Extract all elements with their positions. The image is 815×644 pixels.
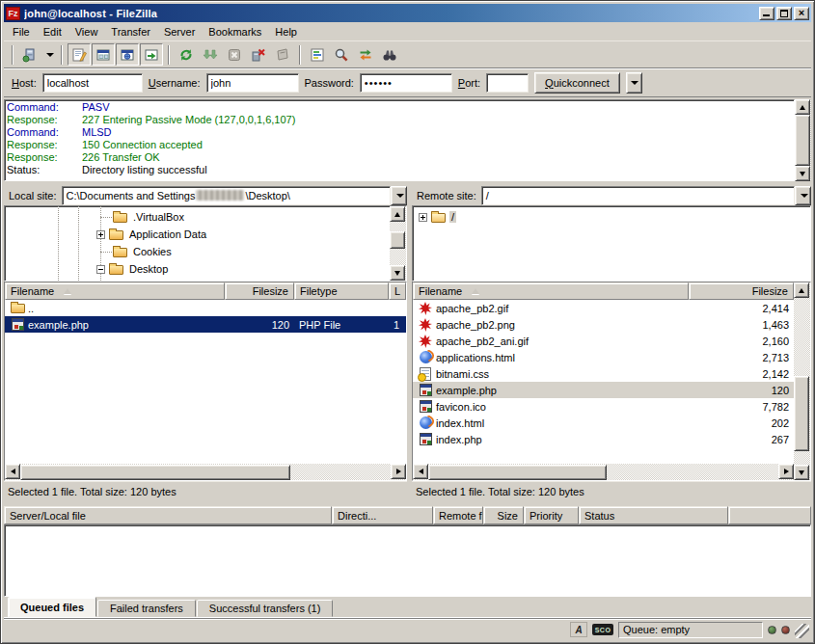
scrollbar-thumb[interactable] [795,115,810,166]
scrollbar-thumb[interactable] [794,376,809,451]
log-label: Response: [7,151,82,164]
local-tree-icon [95,47,111,63]
menu-bookmarks[interactable]: Bookmarks [202,23,268,40]
toggle-remote-tree-button[interactable] [116,43,139,66]
scrollbar-thumb[interactable] [428,465,607,480]
scrollbar-thumb[interactable] [390,231,405,249]
find-files-button[interactable] [378,43,401,66]
toggle-transfer-queue-button[interactable] [140,43,163,66]
host-input[interactable] [42,73,143,93]
toggle-message-log-button[interactable] [68,43,91,66]
sort-ascending-icon [472,288,479,294]
synchronized-browsing-button[interactable] [354,43,377,66]
site-manager-button[interactable] [18,43,41,66]
scroll-up-button[interactable] [795,99,810,115]
column-header-filename[interactable]: Filename [5,282,225,300]
remote-file-row-selected[interactable]: example.php 120 [413,382,794,398]
site-manager-dropdown-button[interactable] [42,43,56,66]
column-header-server-local-file[interactable]: Server/Local file [4,506,332,524]
remote-file-row[interactable]: favicon.ico 7,782 [413,398,794,415]
scroll-down-button[interactable] [390,265,405,281]
resize-grip[interactable] [795,624,809,638]
local-tree-item[interactable]: Cookies [5,243,390,260]
scroll-left-button[interactable] [5,464,20,479]
column-header-direction[interactable]: Directi... [332,506,433,524]
queue-list[interactable] [4,524,811,597]
menu-help[interactable]: Help [268,23,304,40]
refresh-button[interactable] [175,43,198,66]
tab-queued-files[interactable]: Queued files [8,597,96,617]
local-horizontal-scrollbar[interactable] [5,464,406,480]
local-tree-item[interactable]: Desktop [5,260,390,278]
remote-tree-item[interactable]: / [413,208,810,226]
maximize-button[interactable] [776,7,792,20]
remote-file-row[interactable]: applications.html 2,713 [413,349,794,365]
scrollbar-thumb[interactable] [20,465,290,480]
scroll-up-button[interactable] [794,282,809,298]
expand-plus-icon[interactable] [419,213,427,222]
remote-status-text: Selected 1 file. Total size: 120 bytes [412,481,811,500]
username-input[interactable] [206,73,299,93]
disconnect-button[interactable] [247,43,270,66]
scroll-left-button[interactable] [413,464,428,479]
scroll-down-button[interactable] [795,166,810,181]
column-header-size[interactable]: Size [483,506,524,524]
reconnect-button[interactable] [271,43,294,66]
menu-transfer[interactable]: Transfer [104,23,157,40]
scroll-down-button[interactable] [794,465,809,480]
password-input[interactable] [360,73,452,93]
column-header-filename[interactable]: Filename [413,282,689,300]
remote-file-row[interactable]: apache_pb2.gif 2,414 [413,300,794,316]
column-header-filesize[interactable]: Filesize [225,282,294,300]
tab-successful-transfers[interactable]: Successful transfers (1) [197,600,334,617]
local-tree-vertical-scrollbar[interactable] [390,206,406,281]
remote-horizontal-scrollbar[interactable] [413,464,794,480]
remote-file-row[interactable]: index.php 267 [413,431,794,447]
directory-filters-button[interactable] [306,43,329,66]
column-header-remote-file[interactable]: Remote file [433,506,483,524]
tab-failed-transfers[interactable]: Failed transfers [97,600,196,617]
remote-file-row[interactable]: bitnami.css 2,142 [413,365,794,382]
column-header-filesize[interactable]: Filesize [689,282,794,300]
remote-vertical-scrollbar[interactable] [794,282,810,480]
cancel-operation-button[interactable] [223,43,246,66]
expand-plus-icon[interactable] [96,230,105,239]
menu-file[interactable]: File [6,23,37,40]
scroll-right-button[interactable] [778,464,794,479]
remote-file-row[interactable]: apache_pb2.png 1,463 [413,316,794,333]
log-vertical-scrollbar[interactable] [795,99,811,181]
column-header-filetype[interactable]: Filetype [294,282,389,300]
folder-icon [113,248,127,257]
quickconnect-button[interactable]: Quickconnect [534,72,620,94]
local-file-row[interactable]: .. [5,300,406,316]
process-queue-button[interactable] [199,43,222,66]
indicator-badge-icon[interactable]: SCO [592,624,613,635]
menu-edit[interactable]: Edit [37,23,68,40]
local-tree-item[interactable]: Application Data [5,226,390,243]
remote-site-dropdown-button[interactable] [795,186,811,205]
minimize-button[interactable] [759,7,774,20]
local-file-row-selected[interactable]: example.php 120 PHP File 1 [5,316,406,333]
collapse-minus-icon[interactable] [96,265,105,274]
menu-view[interactable]: View [68,23,105,40]
toggle-local-tree-button[interactable] [92,43,115,66]
local-site-dropdown-button[interactable] [391,186,407,205]
remote-file-row[interactable]: index.html 202 [413,415,794,431]
local-site-combo[interactable]: C:\Documents and Settings\Desktop\ [62,186,407,205]
close-button[interactable]: × [794,7,809,20]
local-tree-item[interactable]: .VirtualBox [5,208,390,226]
message-log[interactable]: Command:PASV Response:227 Entering Passi… [4,99,795,181]
column-header-status[interactable]: Status [579,506,728,524]
menu-server[interactable]: Server [157,23,202,40]
scroll-up-button[interactable] [390,206,405,222]
remote-file-row[interactable]: apache_pb2_ani.gif 2,160 [413,333,794,349]
scroll-right-button[interactable] [391,464,406,479]
quickconnect-dropdown-button[interactable] [626,72,642,94]
column-header-lastmodified[interactable]: L [389,282,406,300]
message-log-icon [71,47,87,63]
remote-site-combo[interactable]: / [481,186,811,205]
column-header-priority[interactable]: Priority [524,506,579,524]
transfer-type-icon[interactable]: A [570,622,587,637]
port-input[interactable] [486,73,529,93]
directory-comparison-button[interactable] [330,43,353,66]
